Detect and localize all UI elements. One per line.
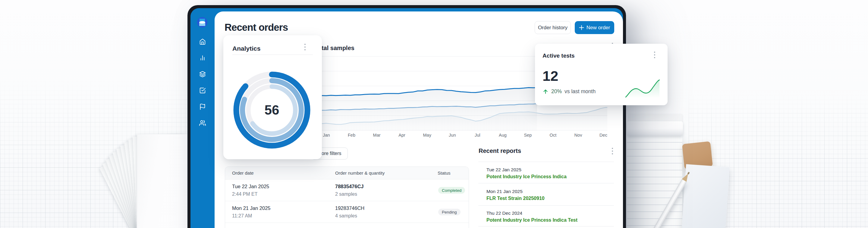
svg-text:May: May [423,133,431,138]
svg-text:Mar: Mar [373,133,381,138]
svg-text:Aug: Aug [499,133,507,138]
svg-text:Jul: Jul [475,133,480,138]
svg-text:Nov: Nov [575,133,583,138]
svg-text:Dec: Dec [599,133,607,138]
svg-text:Apr: Apr [398,133,405,138]
svg-text:Jan: Jan [323,133,330,138]
svg-text:Sep: Sep [524,133,532,138]
svg-text:Jun: Jun [449,133,456,138]
svg-text:Feb: Feb [348,133,355,138]
svg-text:Oct: Oct [550,133,557,138]
